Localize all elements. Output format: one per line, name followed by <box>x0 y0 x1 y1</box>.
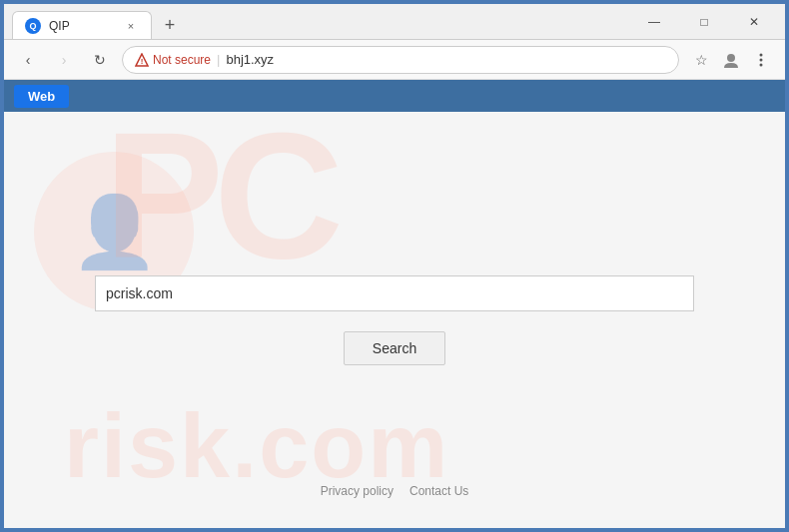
forward-button[interactable]: › <box>50 46 78 74</box>
svg-point-4 <box>760 63 763 66</box>
address-bar[interactable]: ! Not secure | bhj1.xyz <box>122 46 679 74</box>
web-tab[interactable]: Web <box>14 85 69 108</box>
browser-tab[interactable]: Q QIP × <box>12 11 152 39</box>
close-button[interactable]: ✕ <box>731 8 777 36</box>
svg-point-3 <box>760 58 763 61</box>
page-content: 👤 PC risk.com Search Privacy policy Cont… <box>4 112 785 528</box>
security-label: Not secure <box>153 53 211 67</box>
toolbar: Web <box>4 80 785 112</box>
tab-title: QIP <box>49 19 70 33</box>
browser-window: Q QIP × + — □ ✕ ‹ › ↻ ! Not secure <box>2 2 787 530</box>
search-form: Search <box>95 275 694 365</box>
page-footer: Privacy policy Contact Us <box>321 484 469 498</box>
security-warning: ! Not secure <box>135 53 211 67</box>
new-tab-button[interactable]: + <box>156 11 184 39</box>
watermark-risk-text: risk.com <box>64 395 449 498</box>
address-url: bhj1.xyz <box>226 52 274 67</box>
svg-point-2 <box>760 53 763 56</box>
maximize-button[interactable]: □ <box>681 8 727 36</box>
nav-bar: ‹ › ↻ ! Not secure | bhj1.xyz ☆ <box>4 40 785 80</box>
menu-button[interactable] <box>747 46 775 74</box>
refresh-button[interactable]: ↻ <box>86 46 114 74</box>
svg-point-1 <box>727 54 735 62</box>
title-bar: Q QIP × + — □ ✕ <box>4 4 785 40</box>
svg-text:!: ! <box>141 57 144 66</box>
tab-area: Q QIP × + <box>12 4 623 39</box>
profile-button[interactable] <box>717 46 745 74</box>
back-button[interactable]: ‹ <box>14 46 42 74</box>
window-controls: — □ ✕ <box>631 8 777 36</box>
minimize-button[interactable]: — <box>631 8 677 36</box>
contact-us-link[interactable]: Contact Us <box>409 484 468 498</box>
warning-icon: ! <box>135 53 149 67</box>
menu-icon <box>752 51 770 69</box>
profile-icon <box>722 51 740 69</box>
tab-close-button[interactable]: × <box>123 18 139 34</box>
tab-favicon: Q <box>25 18 41 34</box>
watermark-pc-text: PC <box>104 112 334 298</box>
bookmark-button[interactable]: ☆ <box>687 46 715 74</box>
address-separator: | <box>217 52 220 67</box>
privacy-policy-link[interactable]: Privacy policy <box>321 484 394 498</box>
search-input[interactable] <box>95 275 694 311</box>
search-button[interactable]: Search <box>344 331 445 365</box>
watermark-person-icon: 👤 <box>71 191 158 272</box>
nav-right-icons: ☆ <box>687 46 775 74</box>
